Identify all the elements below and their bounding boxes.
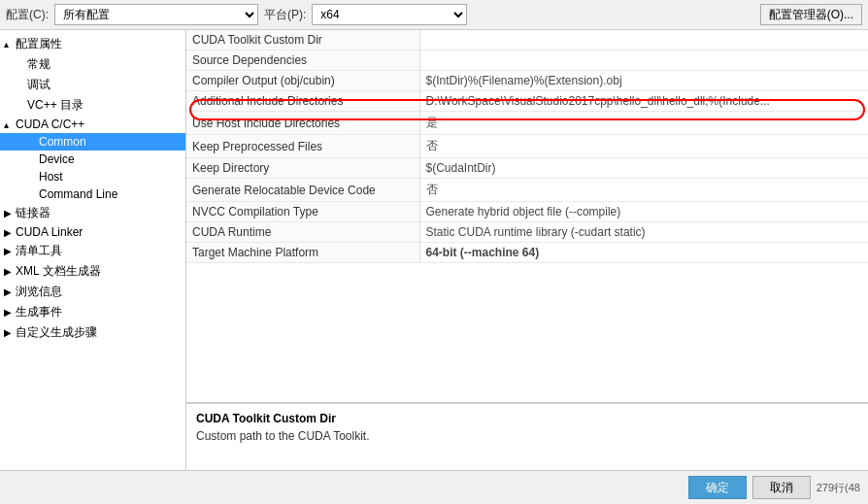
- sidebar-item-qingdan[interactable]: ▶ 清单工具: [0, 241, 185, 261]
- table-row[interactable]: Use Host Include Directories 是: [186, 112, 868, 135]
- sidebar-item-command-line[interactable]: Command Line: [0, 185, 185, 203]
- expand-arrow: ▶: [4, 327, 14, 338]
- main-content: ▴ 配置属性 常规 调试 VC++ 目录 ▴ CUDA C/C++ Common…: [0, 30, 868, 470]
- prop-name: CUDA Runtime: [186, 222, 419, 243]
- prop-name: NVCC Compilation Type: [186, 202, 419, 222]
- table-row[interactable]: Compiler Output (obj/cubin) $(IntDir)%(F…: [186, 71, 868, 91]
- sidebar-item-lianjieqi[interactable]: ▶ 链接器: [0, 203, 185, 223]
- description-text: Custom path to the CUDA Toolkit.: [196, 429, 858, 443]
- prop-value: [419, 50, 868, 71]
- config-label: 配置(C):: [6, 7, 49, 23]
- sidebar-item-peizhi-shuxing[interactable]: ▴ 配置属性: [0, 34, 185, 54]
- sidebar-item-label: 清单工具: [16, 243, 62, 259]
- prop-name: CUDA Toolkit Custom Dir: [186, 30, 419, 50]
- table-row[interactable]: Generate Relocatable Device Code 否: [186, 179, 868, 202]
- sidebar-item-xml[interactable]: ▶ XML 文档生成器: [0, 261, 185, 282]
- prop-name: Target Machine Platform: [186, 243, 419, 263]
- sidebar: ▴ 配置属性 常规 调试 VC++ 目录 ▴ CUDA C/C++ Common…: [0, 30, 186, 470]
- props-table-container: CUDA Toolkit Custom Dir Source Dependenc…: [186, 30, 868, 402]
- sidebar-item-zidingyi[interactable]: ▶ 自定义生成步骤: [0, 322, 185, 343]
- prop-name: Compiler Output (obj/cubin): [186, 71, 419, 91]
- expand-arrow: ▶: [4, 208, 14, 218]
- table-row-additional-include[interactable]: Additional Include Directories D:\WorkSp…: [186, 91, 868, 112]
- prop-name: Additional Include Directories: [186, 91, 419, 112]
- description-panel: CUDA Toolkit Custom Dir Custom path to t…: [186, 402, 868, 470]
- table-row[interactable]: CUDA Runtime Static CUDA runtime library…: [186, 222, 868, 243]
- cancel-button[interactable]: 取消: [752, 476, 811, 499]
- sidebar-item-label: Command Line: [39, 187, 117, 201]
- sidebar-item-host[interactable]: Host: [0, 168, 185, 185]
- config-manager-button[interactable]: 配置管理器(O)...: [760, 4, 862, 25]
- sidebar-item-label: 生成事件: [16, 304, 62, 320]
- table-row[interactable]: Keep Preprocessed Files 否: [186, 135, 868, 158]
- sidebar-item-vcpp-mulu[interactable]: VC++ 目录: [0, 95, 185, 116]
- properties-panel: CUDA Toolkit Custom Dir Source Dependenc…: [186, 30, 868, 470]
- prop-name: Keep Directory: [186, 158, 419, 179]
- expand-arrow: ▶: [4, 227, 14, 238]
- sidebar-item-label: 浏览信息: [16, 284, 62, 300]
- sidebar-item-label: CUDA C/C++: [16, 118, 84, 131]
- expand-arrow: ▴: [4, 39, 14, 50]
- expand-arrow: ▶: [4, 307, 14, 318]
- sidebar-item-label: 链接器: [16, 205, 50, 221]
- prop-value: D:\WorkSpace\VisualStudio2017cpp\hello_d…: [419, 91, 868, 112]
- prop-value: 64-bit (--machine 64): [419, 243, 868, 263]
- sidebar-item-label: CUDA Linker: [16, 225, 83, 239]
- prop-value: $(CudaIntDir): [419, 158, 868, 179]
- sidebar-item-label: XML 文档生成器: [16, 263, 101, 280]
- scroll-position: 279行(48: [817, 481, 860, 495]
- prop-value: [419, 30, 868, 50]
- expand-arrow: ▶: [4, 246, 14, 256]
- table-row[interactable]: CUDA Toolkit Custom Dir: [186, 30, 868, 50]
- prop-name: Keep Preprocessed Files: [186, 135, 419, 158]
- prop-value: 是: [419, 112, 868, 135]
- sidebar-item-changgui[interactable]: 常规: [0, 54, 185, 75]
- expand-arrow: ▴: [4, 119, 14, 130]
- sidebar-item-label: 常规: [27, 57, 50, 71]
- prop-name: Source Dependencies: [186, 50, 419, 71]
- prop-value: 否: [419, 135, 868, 158]
- prop-name: Generate Relocatable Device Code: [186, 179, 419, 202]
- sidebar-item-cuda-cpp[interactable]: ▴ CUDA C/C++: [0, 116, 185, 133]
- sidebar-item-label: Device: [39, 152, 75, 166]
- sidebar-item-cuda-linker[interactable]: ▶ CUDA Linker: [0, 223, 185, 241]
- platform-label: 平台(P):: [264, 7, 306, 23]
- sidebar-item-tiaoshi[interactable]: 调试: [0, 75, 185, 95]
- sidebar-item-shengcheng[interactable]: ▶ 生成事件: [0, 302, 185, 322]
- config-select[interactable]: 所有配置: [54, 4, 258, 25]
- sidebar-item-label: Host: [39, 170, 63, 184]
- expand-arrow: ▶: [4, 286, 14, 297]
- sidebar-item-device[interactable]: Device: [0, 151, 185, 168]
- sidebar-item-label: VC++ 目录: [27, 98, 83, 112]
- ok-button[interactable]: 确定: [688, 476, 747, 499]
- bottom-bar: 确定 取消 279行(48: [0, 470, 868, 504]
- prop-name: Use Host Include Directories: [186, 112, 419, 135]
- prop-value: $(IntDir)%(Filename)%(Extension).obj: [419, 71, 868, 91]
- prop-value: 否: [419, 179, 868, 202]
- table-row[interactable]: NVCC Compilation Type Generate hybrid ob…: [186, 202, 868, 222]
- expand-arrow: ▶: [4, 266, 14, 277]
- table-row[interactable]: Source Dependencies: [186, 50, 868, 71]
- description-title: CUDA Toolkit Custom Dir: [196, 412, 858, 425]
- sidebar-item-label: Common: [39, 135, 86, 149]
- sidebar-item-common[interactable]: Common: [0, 133, 185, 151]
- sidebar-item-liulan[interactable]: ▶ 浏览信息: [0, 282, 185, 302]
- sidebar-item-label: 配置属性: [16, 36, 62, 52]
- prop-value: Static CUDA runtime library (-cudart sta…: [419, 222, 868, 243]
- platform-select[interactable]: x64: [312, 4, 467, 25]
- prop-value: Generate hybrid object file (--compile): [419, 202, 868, 222]
- toolbar: 配置(C): 所有配置 平台(P): x64 配置管理器(O)...: [0, 0, 868, 30]
- sidebar-item-label: 自定义生成步骤: [16, 324, 97, 341]
- sidebar-item-label: 调试: [27, 78, 50, 91]
- props-table: CUDA Toolkit Custom Dir Source Dependenc…: [186, 30, 868, 263]
- table-row[interactable]: Target Machine Platform 64-bit (--machin…: [186, 243, 868, 263]
- table-row[interactable]: Keep Directory $(CudaIntDir): [186, 158, 868, 179]
